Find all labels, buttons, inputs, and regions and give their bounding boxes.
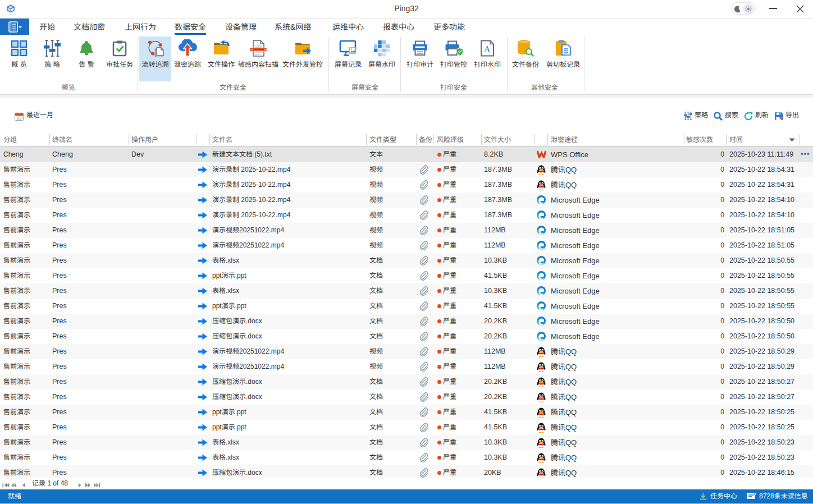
svg-text:23: 23 [17,116,21,121]
svg-text:A: A [484,44,491,54]
